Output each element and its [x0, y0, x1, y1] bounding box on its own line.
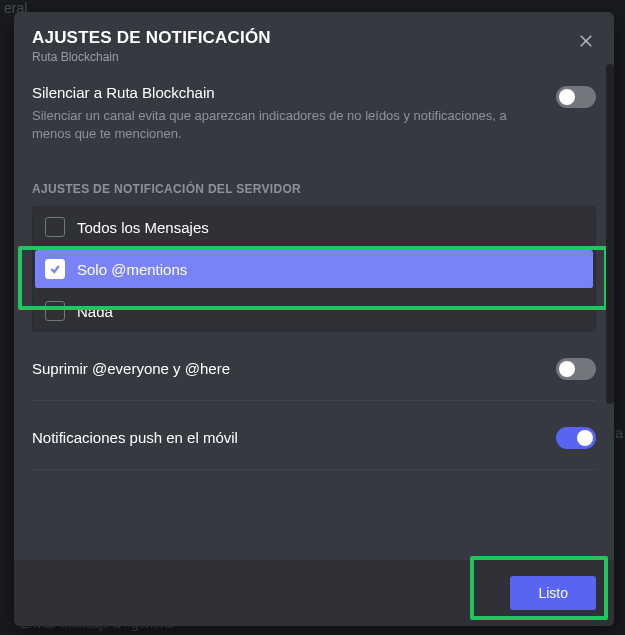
radio-nothing[interactable]: Nada	[33, 291, 595, 331]
mute-server-title: Silenciar a Ruta Blockchain	[32, 84, 544, 101]
close-icon	[577, 31, 595, 49]
done-button[interactable]: Listo	[510, 576, 596, 610]
radio-label: Todos los Mensajes	[77, 219, 209, 236]
radio-label: Nada	[77, 303, 113, 320]
scrollbar-track[interactable]	[606, 64, 614, 434]
radio-label: Solo @mentions	[77, 261, 187, 278]
mute-server-row: Silenciar a Ruta Blockchain Silenciar un…	[32, 80, 596, 152]
modal-subtitle: Ruta Blockchain	[32, 50, 596, 64]
mobile-push-row: Notificaciones push en el móvil	[32, 425, 596, 470]
radio-only-mentions[interactable]: Solo @mentions	[35, 250, 593, 289]
suppress-everyone-row: Suprimir @everyone y @here	[32, 356, 596, 401]
suppress-everyone-toggle[interactable]	[556, 358, 596, 380]
modal-body: Silenciar a Ruta Blockchain Silenciar un…	[14, 64, 614, 560]
server-notification-section-label: AJUSTES DE NOTIFICACIÓN DEL SERVIDOR	[32, 182, 596, 196]
radio-all-messages[interactable]: Todos los Mensajes	[33, 207, 595, 248]
checkbox-icon	[45, 217, 65, 237]
mute-server-description: Silenciar un canal evita que aparezcan i…	[32, 107, 544, 142]
modal-title: AJUSTES DE NOTIFICACIÓN	[32, 28, 596, 48]
modal-footer: Listo	[14, 560, 614, 626]
notification-settings-modal: AJUSTES DE NOTIFICACIÓN Ruta Blockchain …	[14, 12, 614, 626]
mobile-push-title: Notificaciones push en el móvil	[32, 429, 238, 446]
mute-server-toggle[interactable]	[556, 86, 596, 108]
notification-level-radio-group: Todos los Mensajes Solo @mentions Nada	[32, 206, 596, 332]
checkbox-icon	[45, 259, 65, 279]
scrollbar-thumb[interactable]	[606, 64, 614, 404]
modal-header: AJUSTES DE NOTIFICACIÓN Ruta Blockchain	[14, 12, 614, 64]
mobile-push-toggle[interactable]	[556, 427, 596, 449]
checkbox-icon	[45, 301, 65, 321]
suppress-everyone-title: Suprimir @everyone y @here	[32, 360, 230, 377]
close-button[interactable]	[574, 28, 598, 52]
